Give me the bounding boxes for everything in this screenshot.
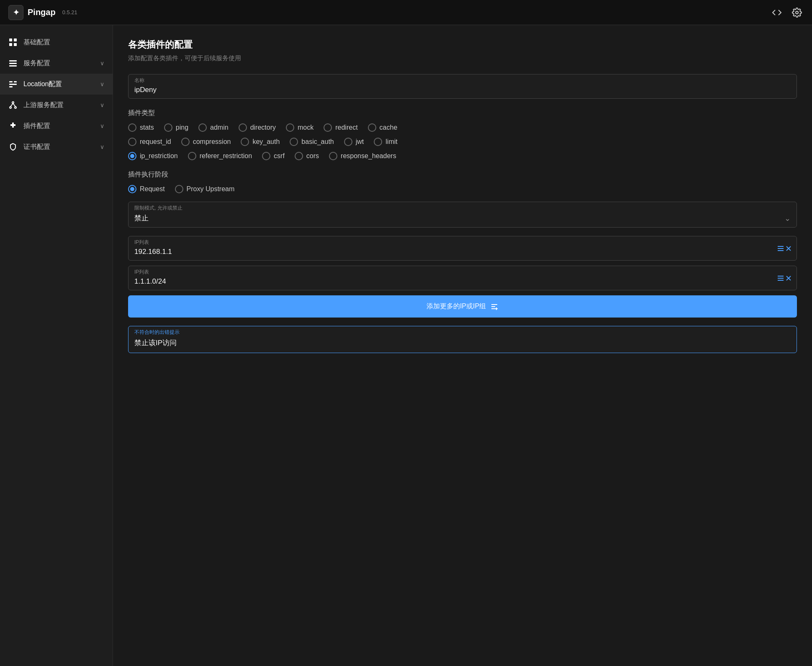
svg-rect-7: [9, 65, 17, 67]
radio-request[interactable]: Request: [128, 185, 165, 193]
plugin-icon: [8, 121, 18, 131]
radio-response-headers[interactable]: response_headers: [329, 152, 396, 160]
add-more-ip-label: 添加更多的IP或IP组: [427, 302, 486, 311]
radio-request-id[interactable]: request_id: [128, 138, 171, 146]
ip-field-2-action-button[interactable]: [776, 274, 791, 282]
name-field-wrapper: 名称: [128, 74, 797, 99]
radio-key-auth-label: key_auth: [252, 138, 280, 146]
sidebar-item-service[interactable]: 服务配置 ∨: [0, 53, 113, 74]
ip-field-2-value: 1.1.1.0/24: [134, 277, 771, 286]
radio-cors-circle: [295, 152, 303, 160]
radio-proxy-upstream-label: Proxy Upstream: [187, 185, 235, 193]
radio-mock[interactable]: mock: [286, 123, 313, 132]
cert-icon: [8, 142, 18, 151]
plugin-stage-options: Request Proxy Upstream: [128, 185, 797, 193]
radio-cors-label: cors: [306, 152, 319, 160]
ip-field-1-wrapper: IP列表 192.168.1.1: [128, 236, 797, 261]
error-hint-input[interactable]: [134, 338, 791, 347]
svg-point-0: [796, 11, 798, 14]
radio-directory[interactable]: directory: [239, 123, 276, 132]
app-name: Pingap: [28, 8, 56, 17]
radio-referer-restriction-label: referer_restriction: [200, 152, 252, 160]
settings-button[interactable]: [790, 6, 804, 19]
mode-select-wrapper[interactable]: 限制模式, 允许或禁止 禁止 ⌄: [128, 202, 797, 228]
name-input[interactable]: [134, 86, 791, 94]
radio-mock-label: mock: [298, 124, 313, 131]
svg-rect-11: [14, 81, 17, 82]
radio-response-headers-circle: [329, 152, 337, 160]
plugin-type-section: 插件类型 stats ping admin directory: [128, 109, 797, 160]
radio-redirect-label: redirect: [335, 124, 357, 131]
sidebar-item-upstream[interactable]: 上游服务配置 ∨: [0, 95, 113, 115]
code-button[interactable]: [770, 6, 784, 19]
add-more-ip-button[interactable]: 添加更多的IP或IP组: [128, 295, 797, 318]
radio-admin-circle: [198, 123, 207, 132]
ip-field-1-action-button[interactable]: [776, 244, 791, 253]
svg-rect-2: [14, 38, 17, 41]
plugin-stage-section: 插件执行阶段 Request Proxy Upstream: [128, 170, 797, 193]
upstream-chevron-icon: ∨: [100, 102, 104, 108]
radio-proxy-upstream[interactable]: Proxy Upstream: [175, 185, 235, 193]
radio-compression[interactable]: compression: [181, 138, 231, 146]
app-header: ✦ Pingap 0.5.21: [0, 0, 812, 25]
plugin-type-row2: request_id compression key_auth basic_au…: [128, 138, 797, 146]
sidebar-label-certificate: 证书配置: [23, 143, 94, 151]
radio-stats[interactable]: stats: [128, 123, 154, 132]
radio-basic-auth[interactable]: basic_auth: [290, 138, 334, 146]
page-title: 各类插件的配置: [128, 38, 797, 51]
radio-cache-circle: [368, 123, 376, 132]
radio-key-auth[interactable]: key_auth: [241, 138, 280, 146]
radio-compression-label: compression: [193, 138, 231, 146]
plugin-chevron-icon: ∨: [100, 123, 104, 129]
page-subtitle: 添加配置各类插件，可便于后续服务使用: [128, 54, 797, 62]
name-label: 名称: [134, 77, 791, 84]
radio-proxy-upstream-circle: [175, 185, 183, 193]
radio-ping-circle: [164, 123, 172, 132]
radio-cache[interactable]: cache: [368, 123, 398, 132]
svg-rect-6: [9, 63, 17, 64]
sidebar-label-basic: 基础配置: [23, 38, 104, 47]
radio-csrf[interactable]: csrf: [262, 152, 285, 160]
radio-admin-label: admin: [210, 124, 229, 131]
svg-rect-5: [9, 60, 17, 61]
radio-ip-restriction-label: ip_restriction: [140, 152, 178, 160]
radio-ip-restriction-circle: [128, 152, 136, 160]
ip-field-1-value: 192.168.1.1: [134, 248, 771, 256]
svg-point-14: [15, 107, 16, 108]
error-hint-label: 不符合时的出错提示: [134, 329, 791, 336]
sidebar-label-service: 服务配置: [23, 59, 94, 68]
ip-field-1-label: IP列表: [134, 239, 771, 246]
radio-jwt[interactable]: jwt: [344, 138, 364, 146]
radio-cors[interactable]: cors: [295, 152, 319, 160]
radio-cache-label: cache: [380, 124, 398, 131]
sidebar-item-plugin[interactable]: 插件配置 ∨: [0, 115, 113, 136]
sidebar-item-location[interactable]: Location配置 ∨: [0, 74, 113, 95]
logo-icon: ✦: [8, 5, 23, 20]
radio-ip-restriction[interactable]: ip_restriction: [128, 152, 178, 160]
mode-select-label: 限制模式, 允许或禁止: [134, 205, 791, 212]
radio-redirect[interactable]: redirect: [324, 123, 357, 132]
grid-icon: [8, 38, 18, 47]
radio-response-headers-label: response_headers: [341, 152, 396, 160]
radio-csrf-label: csrf: [274, 152, 285, 160]
header-actions: [770, 6, 804, 19]
sidebar-item-certificate[interactable]: 证书配置 ∨: [0, 136, 113, 157]
location-icon: [8, 79, 18, 89]
service-chevron-icon: ∨: [100, 60, 104, 67]
radio-referer-restriction-circle: [188, 152, 196, 160]
radio-jwt-label: jwt: [356, 138, 364, 146]
plugin-type-row1: stats ping admin directory mock: [128, 123, 797, 132]
radio-referer-restriction[interactable]: referer_restriction: [188, 152, 252, 160]
svg-point-13: [10, 107, 11, 108]
radio-limit[interactable]: limit: [374, 138, 397, 146]
main-content: 各类插件的配置 添加配置各类插件，可便于后续服务使用 名称 插件类型 stats…: [113, 25, 812, 666]
ip-field-2-label: IP列表: [134, 269, 771, 276]
sidebar-item-basic[interactable]: 基础配置: [0, 32, 113, 53]
mode-select-chevron-icon: ⌄: [784, 214, 791, 223]
app-version: 0.5.21: [62, 9, 77, 15]
radio-admin[interactable]: admin: [198, 123, 229, 132]
radio-key-auth-circle: [241, 138, 249, 146]
radio-ping[interactable]: ping: [164, 123, 188, 132]
radio-directory-circle: [239, 123, 247, 132]
cert-chevron-icon: ∨: [100, 143, 104, 150]
